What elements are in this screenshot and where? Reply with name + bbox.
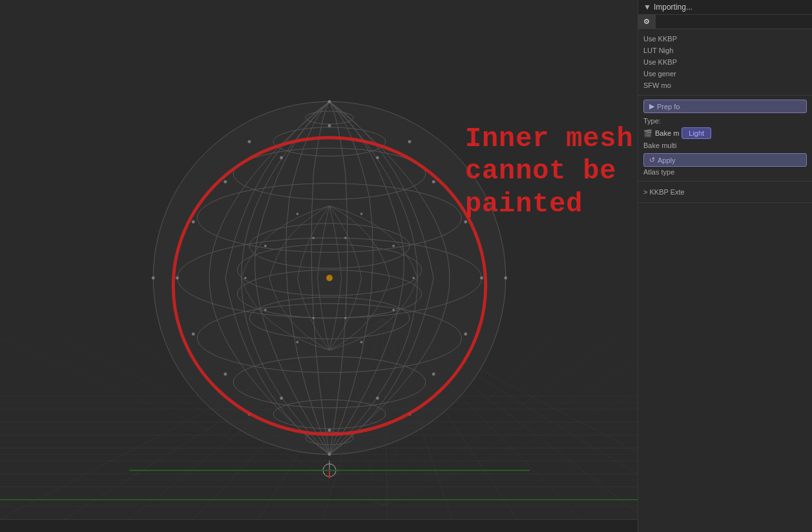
svg-point-60 [224, 180, 227, 184]
svg-point-84 [360, 213, 363, 215]
option-use-gener: Use gener [643, 68, 807, 80]
annotation-text: Inner mesh cannot be painted [465, 123, 633, 220]
light-button[interactable]: Light [682, 127, 711, 139]
svg-point-66 [328, 124, 331, 127]
svg-point-79 [326, 275, 333, 281]
option-use-kkbp-1: Use KKBP [643, 33, 807, 45]
type-row: Type: [643, 116, 807, 126]
svg-point-87 [297, 341, 299, 343]
svg-point-62 [224, 372, 227, 376]
svg-point-93 [312, 317, 315, 319]
option-label-2: LUT Nigh [643, 47, 807, 54]
svg-point-82 [392, 309, 395, 312]
svg-point-68 [248, 140, 251, 144]
option-label-1: Use KKBP [643, 35, 807, 43]
bake-label: Bake m [655, 129, 679, 137]
panel-header: ▼ Importing... [638, 0, 812, 15]
bake-multi-label: Bake multi [643, 142, 676, 149]
options-section: Use KKBP LUT Nigh Use KKBP Use gener SFW… [638, 29, 812, 96]
bake-row: 🎬 Bake m Light [643, 126, 807, 140]
option-label-5: SFW mo [643, 81, 807, 89]
svg-point-64 [176, 277, 179, 280]
kkbp-ext-label: KKBP Exte [650, 188, 685, 196]
svg-point-90 [344, 237, 347, 239]
svg-point-65 [328, 429, 331, 432]
apply-button[interactable]: ↺ Apply [643, 153, 807, 167]
type-label: Type: [643, 117, 669, 125]
svg-point-81 [264, 245, 267, 248]
option-use-kkbp-2: Use KKBP [643, 56, 807, 68]
option-lut-night: LUT Nigh [643, 45, 807, 56]
svg-point-88 [412, 277, 415, 279]
prep-section: ▶ Prep fo Type: 🎬 Bake m Light Bake mult… [638, 96, 812, 182]
svg-point-61 [432, 372, 435, 376]
panel-title: Importing... [654, 3, 692, 12]
apply-label: Apply [658, 156, 676, 164]
option-sfw-mo: SFW mo [643, 80, 807, 91]
svg-point-59 [432, 180, 435, 184]
svg-point-75 [376, 156, 379, 160]
svg-point-80 [392, 245, 395, 248]
header-chevron: ▼ [643, 3, 651, 12]
option-label-4: Use gener [643, 70, 807, 78]
svg-point-78 [280, 397, 283, 400]
svg-point-92 [344, 317, 347, 319]
side-panel: ▼ Importing... ⚙ Use KKBP LUT Nigh Use K… [638, 0, 812, 532]
svg-point-71 [464, 220, 467, 224]
kkbp-ext-row[interactable]: > KKBP Exte [643, 186, 807, 198]
svg-point-76 [280, 156, 283, 160]
bake-multi-row: Bake multi [643, 140, 807, 151]
svg-point-57 [152, 277, 155, 280]
svg-point-67 [408, 140, 411, 144]
svg-point-86 [360, 341, 363, 343]
kkbp-chevron: > [643, 188, 647, 196]
prep-icon: ▶ [649, 102, 654, 111]
svg-point-58 [504, 277, 507, 280]
atlas-row: Atlas type [643, 167, 807, 177]
svg-point-56 [328, 452, 331, 456]
prep-button[interactable]: ▶ Prep fo [643, 100, 807, 113]
svg-point-74 [192, 332, 195, 335]
apply-icon: ↺ [649, 156, 655, 164]
settings-icon: ⚙ [643, 17, 650, 25]
svg-point-55 [328, 100, 331, 103]
bake-icon: 🎬 [643, 129, 652, 138]
svg-point-63 [480, 277, 483, 280]
panel-tabs: ⚙ [638, 15, 812, 29]
svg-point-89 [244, 277, 247, 279]
svg-point-85 [297, 213, 299, 215]
svg-point-77 [376, 397, 379, 400]
svg-point-73 [464, 332, 467, 335]
svg-point-91 [312, 237, 315, 239]
tab-settings[interactable]: ⚙ [638, 15, 656, 28]
option-label-3: Use KKBP [643, 58, 807, 66]
kkbp-ext-section: > KKBP Exte [638, 182, 812, 203]
svg-point-83 [264, 309, 267, 312]
atlas-label: Atlas type [643, 168, 807, 176]
svg-point-72 [192, 220, 195, 224]
prep-label: Prep fo [657, 103, 680, 111]
